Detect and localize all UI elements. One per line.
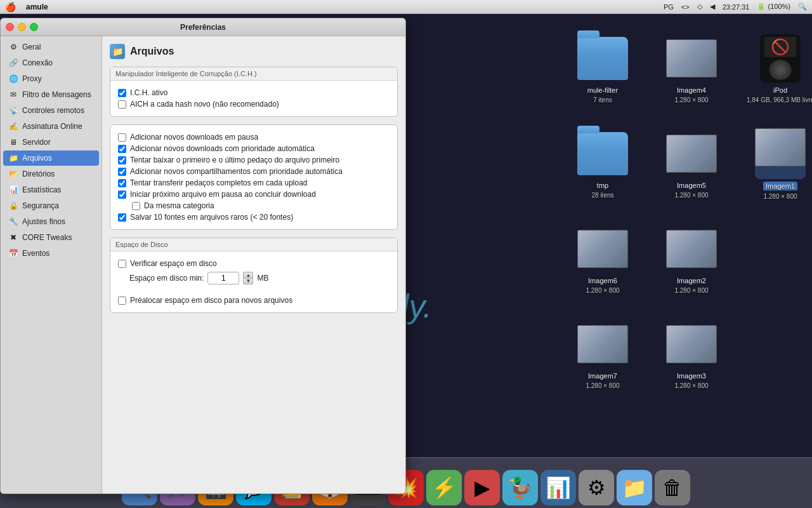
icon-sublabel: 1.280 × 800 (674, 192, 708, 199)
sidebar-label-filtro: Filtro de Mensagens (22, 90, 91, 99)
diretorios-icon: 📂 (8, 169, 18, 179)
desktop-icon-imagem6[interactable]: Imagem6 1.280 × 800 (558, 217, 647, 312)
dl-pausa-label: Adicionar novos downloads em pausa (130, 133, 258, 142)
dl-proximo-checkbox[interactable] (118, 190, 126, 199)
sidebar-item-seguranca[interactable]: 🔒 Segurança (3, 198, 99, 213)
seguranca-icon: 🔒 (8, 201, 18, 211)
dl-pedacos-checkbox[interactable] (118, 179, 126, 187)
disk-group-label: Espaço de Disco (110, 238, 397, 251)
icon-sublabel: 1.280 × 800 (586, 287, 619, 294)
aich-label: AICH a cada hash novo (não recomendado) (130, 100, 279, 109)
section-title: Arquivos (130, 46, 174, 57)
icon-sublabel: 1.280 × 800 (674, 97, 708, 104)
controles-icon: 📡 (8, 105, 18, 116)
dl-categoria-label: Da mesma categoria (144, 201, 214, 210)
sidebar-item-filtro[interactable]: ✉ Filtro de Mensagens (3, 87, 99, 102)
icon-label: Imagem1 (763, 182, 797, 190)
sidebar-item-proxy[interactable]: 🌐 Proxy (3, 71, 99, 86)
aich-checkbox[interactable] (118, 100, 126, 109)
maximize-button[interactable] (30, 23, 38, 31)
desktop-icon-imagem4[interactable]: Imagem4 1.280 × 800 (647, 27, 736, 122)
dock-item-systemprefs[interactable]: ⚙ (579, 470, 614, 505)
core-icon: ✖ (8, 232, 18, 243)
disk-min-row: Espaço em disco min: ▲ ▼ MB (118, 272, 390, 284)
prealloc-label: Préalocar espaço em disco para novos arq… (130, 296, 292, 305)
desktop-icon-imagem3[interactable]: Imagem3 1.280 × 800 (647, 312, 736, 408)
dl-prioridade-checkbox[interactable] (118, 145, 126, 153)
sidebar-item-geral[interactable]: ⚙ Geral (3, 39, 99, 55)
dock-item-utorrent[interactable]: ⚡ (426, 470, 462, 505)
sidebar-item-eventos[interactable]: 📅 Eventos (3, 246, 99, 261)
minimize-button[interactable] (18, 23, 26, 31)
filtro-icon: ✉ (8, 90, 18, 100)
dock-item-trash[interactable]: 🗑 (655, 470, 690, 505)
desktop-icon-imagem7[interactable]: Imagem7 1.280 × 800 (558, 312, 647, 408)
dl-categoria-checkbox[interactable] (132, 202, 140, 210)
desktop-icon-mule-filter[interactable]: mule-filter 7 itens (558, 27, 647, 122)
close-button[interactable] (6, 23, 14, 31)
disk-check-checkbox[interactable] (118, 260, 126, 268)
desktop-icon-imagem5[interactable]: Imagem5 1.280 × 800 (647, 122, 736, 217)
dl-compartilhamento-checkbox[interactable] (118, 168, 126, 176)
disk-check-label: Verificar espaço em disco (130, 259, 217, 268)
icon-sublabel: 1,84 GB, 966,3 MB livre (747, 97, 812, 104)
dl-pedacos-label: Tentar transferir pedaços completos em c… (130, 178, 308, 187)
icon-sublabel: 1.280 × 800 (674, 287, 708, 294)
dl-pausa-checkbox[interactable] (118, 133, 126, 142)
dl-pedacos-row: Tentar transferir pedaços completos em c… (118, 178, 390, 187)
sidebar-item-core[interactable]: ✖ CORE Tweaks (3, 230, 99, 245)
dock-item-cyberduck[interactable]: 🦆 (502, 470, 538, 505)
dl-fontes-checkbox[interactable] (118, 213, 126, 222)
prealloc-checkbox[interactable] (118, 297, 126, 305)
sidebar-item-estatisticas[interactable]: 📊 Estatísticas (3, 182, 99, 197)
disk-group-content: Verificar espaço em disco Espaço em disc… (110, 251, 397, 312)
icon-label: Imagem4 (677, 86, 706, 94)
sidebar-item-ajustes[interactable]: 🔧 Ajustes finos (3, 214, 99, 229)
prefs-sidebar: ⚙ Geral 🔗 Conexão 🌐 Proxy ✉ Filtro de Me… (1, 36, 102, 493)
sidebar-item-arquivos[interactable]: 📁 Arquivos (3, 150, 99, 166)
prefs-main: 📁 Arquivos Manipulador Inteligente de Co… (102, 36, 405, 493)
icon-label: iPod (773, 86, 787, 94)
dl-proximo-label: Iniciar próximo arquivo em pausa ao conc… (130, 190, 316, 199)
sidebar-item-assinatura[interactable]: ✍ Assinatura Online (3, 119, 99, 134)
sidebar-label-geral: Geral (22, 43, 41, 51)
sidebar-label-estatisticas: Estatísticas (22, 185, 61, 194)
disk-min-input[interactable] (207, 272, 239, 284)
disk-unit-label: MB (257, 274, 268, 283)
dock-item-folder[interactable]: 📁 (617, 470, 652, 505)
apple-menu[interactable]: 🍎 (5, 2, 16, 12)
desktop-icon-tmp[interactable]: tmp 28 itens (558, 122, 647, 217)
menubar-back: ◀ (710, 3, 715, 11)
desktop-icons: mule-filter 7 itens Imagem4 1.280 × 800 … (546, 14, 812, 457)
dock-item-istat[interactable]: 📊 (540, 470, 576, 505)
menubar-search[interactable]: 🔍 (798, 3, 807, 11)
sidebar-label-proxy: Proxy (22, 74, 42, 83)
dock-item-mplayer[interactable]: ▶ (464, 470, 500, 505)
dl-primeiro-checkbox[interactable] (118, 156, 126, 164)
disk-min-label: Espaço em disco min: (129, 274, 204, 283)
icon-label: mule-filter (587, 86, 618, 94)
desktop-icon-imagem1[interactable]: Imagem1 1.280 × 800 (736, 122, 812, 217)
stepper-down-button[interactable]: ▼ (243, 278, 253, 284)
ich-group: Manipulador Inteligente de Corrupção (I.… (110, 67, 398, 117)
app-name[interactable]: amule (26, 3, 48, 11)
ich-enabled-checkbox[interactable] (118, 89, 126, 97)
sidebar-item-controles[interactable]: 📡 Controles remotos (3, 103, 99, 118)
sidebar-item-servidor[interactable]: 🖥 Servidor (3, 135, 99, 150)
menubar-battery: 🔋 (100%) (757, 3, 790, 11)
arquivos-icon: 📁 (8, 153, 18, 163)
desktop-icon-ipod[interactable]: 🚫 iPod 1,84 GB, 966,3 MB livre (736, 27, 812, 122)
disk-group: Espaço de Disco Verificar espaço em disc… (110, 237, 398, 313)
geral-icon: ⚙ (8, 42, 18, 52)
sidebar-label-seguranca: Segurança (22, 201, 59, 210)
sidebar-label-ajustes: Ajustes finos (22, 217, 65, 226)
sidebar-item-diretorios[interactable]: 📂 Diretórios (3, 166, 99, 182)
menubar-right: PG <> ◇ ◀ 23:27:31 🔋 (100%) 🔍 (664, 3, 807, 11)
assinatura-icon: ✍ (8, 121, 18, 131)
icon-sublabel: 1.280 × 800 (674, 382, 708, 389)
sidebar-item-conexao[interactable]: 🔗 Conexão (3, 55, 99, 70)
estatisticas-icon: 📊 (8, 185, 18, 195)
dl-prioridade-row: Adicionar novos downloads com prioridade… (118, 144, 390, 153)
stepper-up-button[interactable]: ▲ (243, 272, 253, 278)
desktop-icon-imagem2[interactable]: Imagem2 1.280 × 800 (647, 217, 736, 312)
